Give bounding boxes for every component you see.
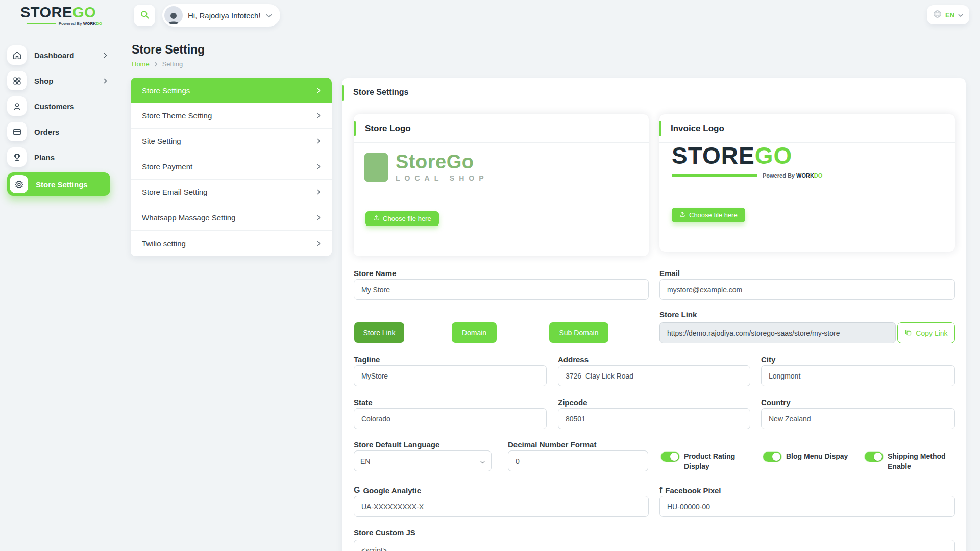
- menu-item-twilio-setting[interactable]: Twilio setting: [131, 231, 332, 256]
- store-logo-subtext: LOCAL SHOP: [396, 174, 488, 182]
- sidebar-item-label: Shop: [34, 77, 54, 85]
- google-analytic-input[interactable]: [354, 496, 649, 517]
- decimal-number-format-input[interactable]: [508, 450, 648, 471]
- logo-go-text: GO: [72, 4, 96, 20]
- choose-file-label: Choose file here: [689, 211, 738, 219]
- zipcode-input[interactable]: [558, 408, 750, 429]
- choose-file-label: Choose file here: [383, 215, 431, 222]
- chevron-down-icon: [958, 10, 963, 19]
- menu-item-store-theme-setting[interactable]: Store Theme Setting: [131, 103, 332, 129]
- menu-item-label: Twilio setting: [142, 239, 186, 248]
- sidebar-item-shop[interactable]: Shop: [7, 70, 110, 91]
- chevron-right-icon: [317, 241, 321, 246]
- breadcrumb-current: Setting: [162, 60, 183, 68]
- store-link-group: Copy Link: [659, 322, 955, 343]
- card-icon: [7, 122, 27, 141]
- menu-item-store-settings[interactable]: Store Settings: [131, 78, 332, 103]
- menu-item-label: Store Payment: [142, 162, 192, 171]
- gear-icon: [10, 175, 28, 193]
- domain-button[interactable]: Domain: [452, 322, 497, 343]
- sidebar-item-label: Customers: [34, 102, 74, 111]
- invoice-logo-wordmark: STOREGO: [672, 144, 822, 167]
- store-logo-choose-file-button[interactable]: Choose file here: [365, 211, 439, 226]
- invoice-logo-choose-file-button[interactable]: Choose file here: [672, 208, 745, 222]
- menu-item-site-setting[interactable]: Site Setting: [131, 129, 332, 154]
- sub-domain-button[interactable]: Sub Domain: [549, 322, 608, 343]
- chevron-down-icon: [266, 11, 272, 20]
- logo-underline: [672, 174, 757, 177]
- breadcrumb-home-link[interactable]: Home: [132, 60, 150, 68]
- globe-icon: [933, 10, 942, 20]
- grid-icon: [7, 71, 27, 90]
- logo-wordmark: STOREGO: [20, 5, 102, 20]
- upload-icon: [373, 215, 379, 222]
- google-analytic-label: G Google Analytic: [354, 486, 421, 495]
- menu-item-label: Store Theme Setting: [142, 111, 212, 120]
- store-name-input[interactable]: [354, 279, 649, 300]
- blog-menu-toggle[interactable]: [763, 452, 781, 462]
- country-input[interactable]: [761, 408, 955, 429]
- logo-underline: [27, 23, 56, 24]
- store-link-button[interactable]: Store Link: [354, 322, 404, 343]
- powered-by-text: Powered By WORKDO: [59, 21, 102, 26]
- invoice-logo-powered: Powered By WORKDO: [672, 172, 822, 179]
- menu-item-label: Site Setting: [142, 137, 181, 145]
- sidebar-item-customers[interactable]: Customers: [7, 96, 110, 116]
- home-icon: [7, 45, 27, 65]
- shipping-method-toggle-row: Shipping Method Enable: [865, 451, 946, 472]
- city-input[interactable]: [761, 365, 955, 386]
- google-icon: G: [354, 486, 360, 495]
- store-link-label: Store Link: [659, 310, 697, 319]
- menu-item-label: Store Email Setting: [142, 188, 207, 196]
- card-title: Invoice Logo: [671, 123, 724, 134]
- menu-item-store-email-setting[interactable]: Store Email Setting: [131, 180, 332, 205]
- logo-store-text: STORE: [20, 4, 72, 20]
- copy-icon: [904, 329, 912, 338]
- sidebar-item-label: Plans: [34, 153, 55, 162]
- city-label: City: [761, 355, 775, 364]
- product-rating-toggle-row: Product Rating Display: [661, 451, 758, 472]
- language-selector[interactable]: EN: [927, 5, 969, 24]
- blog-menu-toggle-row: Blog Menu Dispay: [763, 451, 855, 462]
- address-label: Address: [558, 355, 589, 364]
- sidebar-item-orders[interactable]: Orders: [7, 121, 110, 142]
- state-input[interactable]: [354, 408, 547, 429]
- copy-link-label: Copy Link: [916, 329, 947, 337]
- store-custom-js-label: Store Custom JS: [354, 528, 415, 537]
- product-rating-toggle[interactable]: [661, 452, 679, 462]
- copy-link-button[interactable]: Copy Link: [897, 322, 955, 343]
- email-input[interactable]: [659, 279, 955, 300]
- card-title: Store Logo: [365, 123, 411, 134]
- address-input[interactable]: [558, 365, 750, 386]
- state-label: State: [354, 398, 373, 407]
- store-custom-js-textarea[interactable]: <script>: [354, 540, 955, 551]
- sidebar: Dashboard Shop Customers Orders: [7, 45, 110, 201]
- card-header: Invoice Logo: [659, 114, 955, 143]
- accent-bar: [342, 85, 344, 101]
- shipping-method-toggle[interactable]: [865, 452, 883, 462]
- tagline-input[interactable]: [354, 365, 547, 386]
- card-header: Store Logo: [354, 114, 649, 143]
- sidebar-item-dashboard[interactable]: Dashboard: [7, 45, 110, 65]
- store-default-language-select[interactable]: EN: [354, 450, 492, 471]
- store-link-input[interactable]: [659, 322, 896, 343]
- sidebar-item-plans[interactable]: Plans: [7, 147, 110, 167]
- sidebar-item-label: Orders: [34, 128, 59, 136]
- facebook-pixel-input[interactable]: [659, 496, 955, 517]
- sidebar-item-store-settings[interactable]: Store Settings: [7, 172, 110, 196]
- search-button[interactable]: [134, 5, 155, 26]
- panel-header: Store Settings: [342, 78, 966, 107]
- invoice-logo-card: Invoice Logo STOREGO Powered By WORKDO C…: [659, 114, 955, 252]
- toggle-label: Product Rating Display: [684, 451, 758, 472]
- menu-item-whatsapp-massage-setting[interactable]: Whatsapp Massage Setting: [131, 205, 332, 231]
- storego-logo: STOREGO Powered By WORKDO: [20, 5, 102, 26]
- user-menu[interactable]: Hi, Rajodiya Infotech!: [162, 4, 280, 27]
- chevron-right-icon: [317, 113, 321, 118]
- menu-item-store-payment[interactable]: Store Payment: [131, 154, 332, 180]
- store-name-label: Store Name: [354, 269, 396, 278]
- chevron-right-icon: [317, 164, 321, 169]
- panel-title: Store Settings: [353, 88, 408, 97]
- invoice-logo-image: STOREGO Powered By WORKDO: [672, 144, 822, 179]
- settings-menu: Store Settings Store Theme Setting Site …: [131, 78, 332, 256]
- user-icon: [7, 96, 27, 116]
